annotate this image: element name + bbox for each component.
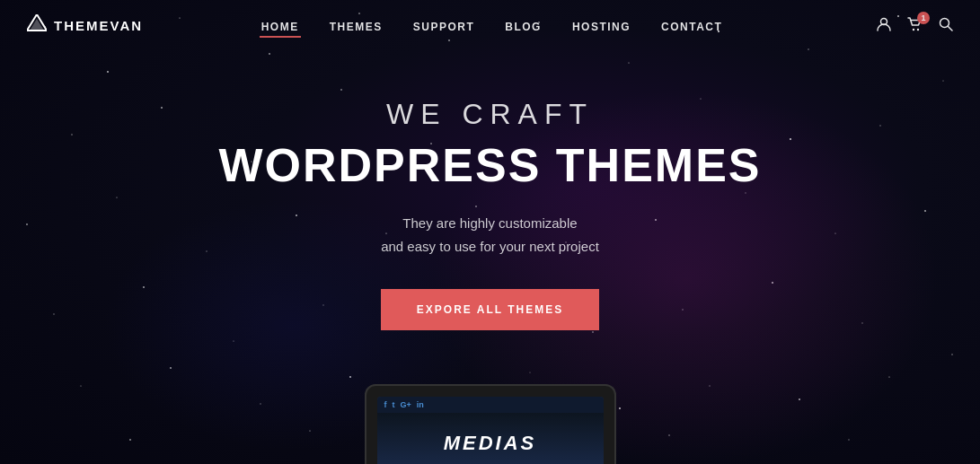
- cart-icon[interactable]: 1: [907, 17, 923, 35]
- search-icon[interactable]: [939, 17, 953, 35]
- tablet-social-in: in: [417, 400, 424, 409]
- nav-item-themes[interactable]: THEMES: [328, 18, 384, 34]
- hero-desc-line2: and easy to use for your next project: [381, 239, 599, 254]
- tablet-social-t: t: [393, 400, 395, 409]
- nav-item-home[interactable]: HOME: [260, 18, 301, 34]
- logo[interactable]: THEMEVAN: [27, 14, 143, 37]
- tablet-screen-top: f t G+ in: [377, 397, 604, 413]
- tablet-social-gplus: G+: [401, 400, 411, 409]
- nav-link-home[interactable]: HOME: [260, 21, 301, 38]
- hero-desc-line1: They are highly customizable: [402, 215, 577, 231]
- nav-icon-group: 1: [877, 17, 953, 35]
- nav-link-hosting[interactable]: HOSTING: [570, 21, 632, 33]
- tablet-mockup: f t G+ in MEDIAS: [365, 384, 616, 464]
- tablet-outer: f t G+ in MEDIAS: [365, 384, 616, 464]
- hero-subtitle: WE CRAFT: [386, 98, 594, 131]
- svg-line-65: [949, 26, 953, 31]
- nav-item-blog[interactable]: BLOG: [503, 18, 543, 34]
- user-icon[interactable]: [877, 17, 891, 35]
- hero-title: WORDPRESS THEMES: [218, 138, 761, 192]
- cta-button[interactable]: EXPORE ALL THEMES: [381, 289, 599, 330]
- hero-description: They are highly customizable and easy to…: [381, 212, 599, 258]
- tablet-screen: f t G+ in MEDIAS: [377, 397, 604, 464]
- tablet-logo-text: MEDIAS: [444, 432, 537, 455]
- page-wrapper: THEMEVAN HOME THEMES SUPPORT BLOG HOSTIN…: [0, 0, 980, 464]
- logo-text: THEMEVAN: [54, 18, 143, 33]
- nav-item-support[interactable]: SUPPORT: [411, 18, 477, 34]
- nav-link-support[interactable]: SUPPORT: [411, 21, 477, 33]
- logo-icon: [27, 14, 47, 37]
- svg-marker-60: [30, 19, 44, 31]
- nav-links: HOME THEMES SUPPORT BLOG HOSTING CONTACT: [260, 18, 725, 34]
- nav-link-themes[interactable]: THEMES: [328, 21, 384, 33]
- nav-item-hosting[interactable]: HOSTING: [570, 18, 632, 34]
- cart-badge: 1: [917, 12, 930, 24]
- navbar: THEMEVAN HOME THEMES SUPPORT BLOG HOSTIN…: [0, 0, 980, 51]
- nav-item-contact[interactable]: CONTACT: [659, 18, 724, 34]
- nav-link-contact[interactable]: CONTACT: [659, 21, 724, 33]
- tablet-social-f: f: [384, 400, 387, 409]
- svg-point-62: [913, 28, 914, 30]
- svg-point-63: [917, 28, 919, 30]
- tablet-logo-area: MEDIAS: [377, 413, 604, 464]
- nav-link-blog[interactable]: BLOG: [503, 21, 543, 33]
